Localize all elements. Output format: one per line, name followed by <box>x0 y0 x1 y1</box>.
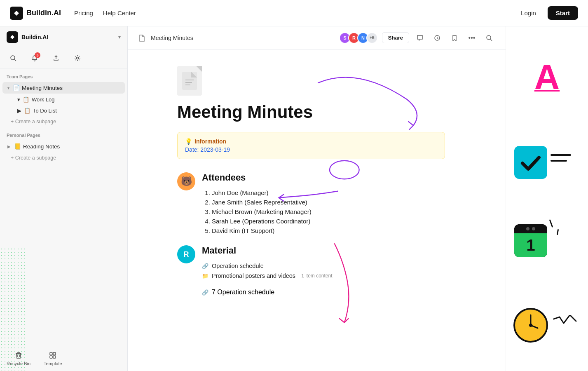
promotional-text: Promotional posters and videos <box>212 272 295 279</box>
list-item: Jane Smith (Sales Representative) <box>212 197 473 207</box>
create-team-subpage[interactable]: + Create a subpage <box>2 117 125 127</box>
list-item: Sarah Lee (Operations Coordinator) <box>212 216 473 226</box>
todo-label: To Do List <box>33 108 57 114</box>
sidebar-header[interactable]: Buildin.AI ▾ <box>0 26 127 48</box>
nav-links: Pricing Help Center <box>74 9 136 16</box>
doc-file-icon <box>177 66 202 96</box>
operation-schedule-text: Operation schedule <box>212 263 264 269</box>
sidebar-bottom: Recycle Bin Template <box>0 346 127 371</box>
share-button[interactable]: Share <box>382 32 409 43</box>
attendees-section: 🐻 Attendees John Doe (Manager) Jane Smit… <box>177 172 473 235</box>
search-content-button[interactable] <box>483 31 496 45</box>
login-button[interactable]: Login <box>516 7 541 19</box>
user-avatar-r: R <box>177 245 195 263</box>
sidebar-item-reading-notes[interactable]: ▶ 📒 Reading Notes <box>2 141 125 152</box>
reading-notes-icon: 📒 <box>14 143 21 150</box>
main-layout: Buildin.AI ▾ 5 <box>0 26 588 371</box>
avatar-group: S R N +6 <box>339 32 378 44</box>
operation-schedule-numbered: 🔗 7 Operation schedule <box>202 287 473 297</box>
svg-rect-5 <box>50 352 52 355</box>
create-personal-subpage[interactable]: + Create a subpage <box>2 153 125 163</box>
upload-button[interactable] <box>49 52 63 65</box>
expand-right-icon: ▶ <box>17 108 21 114</box>
svg-line-11 <box>490 39 492 41</box>
callout-title: 💡 Information <box>185 138 437 145</box>
logo[interactable]: Buildin.AI <box>10 7 61 20</box>
sidebar: Buildin.AI ▾ 5 <box>0 26 128 371</box>
content-header: Meeting Minutes S R N +6 Share <box>128 26 506 49</box>
material-promotional: 📁 Promotional posters and videos 1 item … <box>202 271 473 281</box>
info-callout: 💡 Information Date: 2023-03-19 <box>177 132 445 159</box>
bookmark-button[interactable] <box>448 31 461 45</box>
doc-icon-area <box>177 66 473 96</box>
lightbulb-icon: 💡 <box>185 138 192 145</box>
avatar-count: +6 <box>366 32 378 44</box>
more-options-button[interactable]: ••• <box>465 31 478 45</box>
create-subpage2-label: + Create a subpage <box>11 155 56 161</box>
notification-badge: 5 <box>35 52 40 58</box>
comment-button[interactable] <box>413 31 426 45</box>
nav-right: Login Start <box>516 6 578 20</box>
notification-button[interactable]: 5 <box>28 52 41 65</box>
workspace-icon <box>7 31 18 43</box>
right-decoratives-panel: A 1 <box>506 26 588 371</box>
callout-date: Date: 2023-03-19 <box>185 146 437 153</box>
workspace-name: Buildin.AI <box>21 34 48 40</box>
user-avatar-bear: 🐻 <box>177 172 195 190</box>
list-item: Michael Brown (Marketing Manager) <box>212 207 473 216</box>
svg-rect-7 <box>50 356 52 358</box>
deco-calendar: 1 <box>514 224 547 257</box>
deco-lines <box>551 154 571 162</box>
deco-sparkle-lines <box>551 219 558 235</box>
personal-pages-label: Personal Pages <box>0 127 127 140</box>
svg-rect-6 <box>53 352 56 355</box>
logo-text: Buildin.AI <box>26 9 61 17</box>
meeting-minutes-label: Meeting Minutes <box>22 85 63 91</box>
deco-zigzag <box>553 315 578 333</box>
nav-pricing[interactable]: Pricing <box>74 9 93 16</box>
link-icon: 🔗 <box>202 263 208 269</box>
history-button[interactable] <box>431 31 444 45</box>
material-section-with-avatar: R Material 🔗 Operation schedule 📁 Promot… <box>177 245 473 297</box>
reading-notes-label: Reading Notes <box>23 143 60 150</box>
svg-point-0 <box>11 56 15 60</box>
page-main-title: Meeting Minutes <box>177 102 473 122</box>
chevron-down-icon: ▾ <box>118 34 121 40</box>
recycle-bin-button[interactable]: Recycle Bin <box>7 351 30 366</box>
deco-letter-a: A <box>510 59 584 94</box>
top-navigation: Buildin.AI Pricing Help Center Login Sta… <box>0 0 588 26</box>
sidebar-item-work-log[interactable]: ▾ 📋 Work Log <box>2 94 125 105</box>
create-subpage-label: + Create a subpage <box>11 119 56 124</box>
template-button[interactable]: Template <box>44 351 62 366</box>
svg-point-20 <box>529 324 532 327</box>
svg-rect-13 <box>182 72 197 90</box>
content-area: Meeting Minutes S R N +6 Share <box>128 26 506 371</box>
page-content: Meeting Minutes 💡 Information Date: 2023… <box>128 49 506 371</box>
svg-rect-8 <box>53 356 56 358</box>
svg-line-1 <box>14 59 16 61</box>
nav-help-center[interactable]: Help Center <box>103 9 136 16</box>
work-log-label: Work Log <box>32 96 54 103</box>
settings-button[interactable] <box>71 52 84 65</box>
sidebar-item-todo[interactable]: ▶ 📋 To Do List <box>2 106 125 116</box>
page-title-breadcrumb: Meeting Minutes <box>151 35 193 41</box>
sidebar-item-meeting-minutes[interactable]: ▾ 📄 Meeting Minutes <box>2 82 125 94</box>
page-type-icon <box>138 34 146 42</box>
team-pages-label: Team Pages <box>0 68 127 82</box>
todo-icon: 📋 <box>24 108 30 114</box>
logo-icon <box>10 7 23 20</box>
svg-point-10 <box>487 35 491 40</box>
header-right: S R N +6 Share <box>339 31 496 45</box>
material-operation-schedule: 🔗 Operation schedule <box>202 261 473 271</box>
op-schedule-numbered-text: 7 Operation schedule <box>212 289 274 296</box>
search-button[interactable] <box>7 52 20 65</box>
svg-point-2 <box>77 57 79 59</box>
folder-icon: 📁 <box>202 273 208 279</box>
recycle-bin-label: Recycle Bin <box>7 361 30 366</box>
template-label: Template <box>44 361 62 366</box>
list-item: John Doe (Manager) <box>212 188 473 197</box>
attendees-title: Attendees <box>202 172 473 183</box>
start-button[interactable]: Start <box>548 6 578 20</box>
expand-arrow-icon: ▾ <box>7 86 9 90</box>
expand-right-icon: ▶ <box>7 144 11 149</box>
